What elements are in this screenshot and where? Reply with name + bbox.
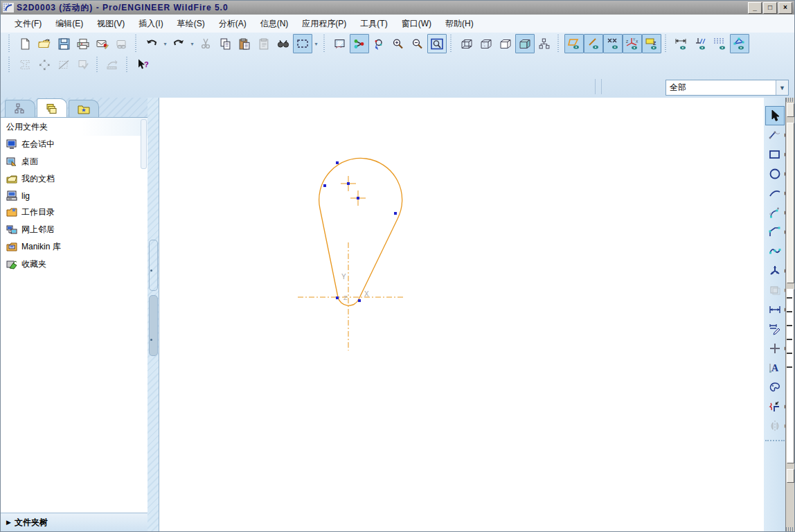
sketch-vertex[interactable] bbox=[358, 299, 361, 302]
context-help-button[interactable]: ? bbox=[133, 55, 152, 74]
sash-collapse-dot[interactable] bbox=[150, 339, 152, 341]
toolbar-grip[interactable] bbox=[450, 35, 454, 53]
sketch-vertex[interactable] bbox=[336, 296, 339, 299]
menu-file[interactable]: 文件(F) bbox=[8, 15, 48, 33]
toolbar-grip[interactable] bbox=[557, 35, 561, 53]
toolbar-grip[interactable] bbox=[323, 35, 327, 53]
minimize-button[interactable]: _ bbox=[748, 2, 762, 14]
repaint-button[interactable] bbox=[330, 34, 350, 53]
menu-edit[interactable]: 编辑(E) bbox=[48, 15, 90, 33]
vertex-toggle[interactable] bbox=[730, 34, 749, 53]
section-tool-1-button[interactable] bbox=[15, 55, 35, 74]
folder-item-desktop[interactable]: 桌面 bbox=[1, 153, 148, 170]
circle-center-point[interactable] bbox=[357, 197, 359, 200]
edge-button-bottom[interactable] bbox=[787, 469, 794, 483]
new-file-button[interactable] bbox=[15, 34, 35, 53]
menu-view[interactable]: 视图(V) bbox=[90, 15, 132, 33]
toolbar-grip[interactable] bbox=[8, 57, 12, 72]
menu-window[interactable]: 窗口(W) bbox=[395, 15, 438, 33]
dimension-tool-button[interactable] bbox=[765, 300, 785, 319]
mirror-tool-button[interactable] bbox=[765, 416, 785, 436]
menu-insert[interactable]: 插入(I) bbox=[132, 15, 170, 33]
constraint-display-toggle[interactable] bbox=[603, 34, 623, 53]
tab-model-tree[interactable] bbox=[5, 100, 35, 117]
print-button[interactable] bbox=[73, 34, 93, 53]
folder-tree-bar[interactable]: ▶ 文件夹树 bbox=[1, 513, 148, 531]
select-flyout-arrow[interactable]: ▾ bbox=[312, 35, 320, 52]
selection-filter-combobox[interactable]: 全部 ▼ bbox=[666, 80, 789, 96]
zoom-in-button[interactable] bbox=[388, 34, 408, 53]
folder-item-computer[interactable]: lig bbox=[1, 188, 148, 204]
menu-help[interactable]: 帮助(H) bbox=[438, 15, 481, 33]
spin-center-button[interactable] bbox=[369, 34, 388, 53]
constraint-tool-button[interactable] bbox=[765, 339, 785, 358]
undo-flyout-arrow[interactable]: ▾ bbox=[161, 35, 169, 52]
close-button[interactable]: × bbox=[778, 2, 792, 14]
menu-analysis[interactable]: 分析(A) bbox=[212, 15, 253, 33]
edge-scrollbar[interactable] bbox=[787, 123, 794, 283]
folder-item-in-session[interactable]: 在会话中 bbox=[1, 136, 148, 153]
shaded-button[interactable] bbox=[515, 34, 535, 53]
point-csys-tool-button[interactable] bbox=[765, 261, 785, 281]
copy-button[interactable] bbox=[215, 34, 235, 53]
sketch-display-toggle[interactable] bbox=[564, 34, 584, 53]
paste-button[interactable] bbox=[235, 34, 254, 53]
sash-handle-lower[interactable] bbox=[149, 295, 158, 356]
mail-link-button[interactable] bbox=[112, 34, 132, 53]
menu-sketch[interactable]: 草绘(S) bbox=[170, 15, 212, 33]
spline-tool-button[interactable] bbox=[765, 242, 785, 261]
line-tool-button[interactable] bbox=[765, 125, 785, 145]
hidden-line-button[interactable] bbox=[476, 34, 496, 53]
sketch-vertex[interactable] bbox=[394, 212, 397, 215]
refit-button[interactable] bbox=[427, 34, 447, 53]
sketch-vertex[interactable] bbox=[323, 184, 326, 187]
toolbar-grip[interactable] bbox=[126, 57, 129, 72]
cut-button[interactable] bbox=[196, 34, 215, 53]
menu-info[interactable]: 信息(N) bbox=[253, 15, 296, 33]
sketch-canvas[interactable]: Y X Z bbox=[159, 98, 766, 531]
edge-button-top[interactable] bbox=[787, 103, 794, 117]
modify-tool-button[interactable] bbox=[765, 319, 785, 339]
titlebar[interactable]: S2D0003 (活动的) - Pro/ENGINEER WildFire 5.… bbox=[1, 1, 794, 15]
text-tool-button[interactable]: A bbox=[765, 358, 785, 378]
find-button[interactable] bbox=[274, 34, 293, 53]
fillet-tool-button[interactable] bbox=[765, 203, 785, 222]
menu-tools[interactable]: 工具(T) bbox=[353, 15, 394, 33]
sash-collapse-dot[interactable] bbox=[150, 269, 152, 272]
sketch-outline[interactable] bbox=[319, 158, 402, 305]
undo-button[interactable] bbox=[142, 34, 161, 53]
grid-toggle[interactable] bbox=[711, 34, 730, 53]
sketch-vertex[interactable] bbox=[336, 161, 339, 164]
arc-tool-button[interactable] bbox=[765, 184, 785, 203]
folder-item-working-directory[interactable]: 工作目录 bbox=[1, 204, 148, 221]
csys-display-toggle[interactable]: YZX bbox=[623, 34, 642, 53]
redo-flyout-arrow[interactable]: ▾ bbox=[188, 35, 196, 52]
circle-center-point[interactable] bbox=[347, 182, 350, 185]
tab-folder-browser[interactable] bbox=[37, 98, 67, 117]
section-tool-2-button[interactable] bbox=[35, 55, 54, 74]
sketch-dim-toggle[interactable] bbox=[672, 34, 691, 53]
folder-item-favorites[interactable]: 收藏夹 bbox=[1, 256, 148, 273]
use-edge-tool-button[interactable] bbox=[765, 281, 785, 300]
maximize-button[interactable]: □ bbox=[763, 2, 777, 14]
dimension-display-toggle[interactable] bbox=[584, 34, 603, 53]
send-mail-button[interactable] bbox=[93, 34, 112, 53]
navigator-sash[interactable] bbox=[148, 98, 159, 531]
section-tool-4-button[interactable] bbox=[73, 55, 93, 74]
chamfer-tool-button[interactable] bbox=[765, 222, 785, 242]
wireframe-button[interactable] bbox=[457, 34, 476, 53]
tab-favorites[interactable] bbox=[69, 100, 99, 117]
palette-tool-button[interactable] bbox=[765, 378, 785, 397]
circle-tool-button[interactable] bbox=[765, 164, 785, 184]
folder-item-network[interactable]: 网上邻居 bbox=[1, 221, 148, 238]
edge-panel[interactable] bbox=[787, 289, 794, 463]
no-hidden-button[interactable] bbox=[496, 34, 515, 53]
redo-button[interactable] bbox=[169, 34, 188, 53]
menu-applications[interactable]: 应用程序(P) bbox=[295, 15, 353, 33]
sketch-constraint-toggle[interactable] bbox=[691, 34, 711, 53]
folder-item-manikin-library[interactable]: Manikin 库 bbox=[1, 238, 148, 256]
combobox-arrow-icon[interactable]: ▼ bbox=[776, 80, 788, 95]
sash-handle-upper[interactable] bbox=[149, 240, 158, 291]
model-display-button[interactable] bbox=[535, 34, 554, 53]
folder-item-my-documents[interactable]: 我的文档 bbox=[1, 170, 148, 188]
